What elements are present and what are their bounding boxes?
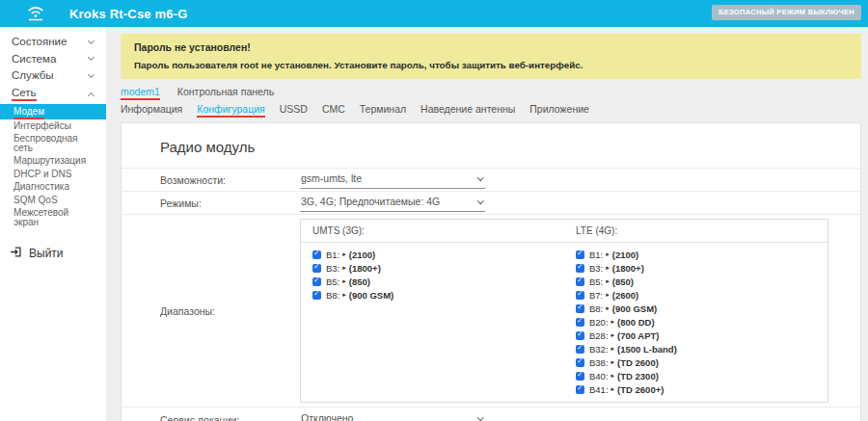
band-item[interactable]: B20:(800 DD) — [576, 315, 816, 329]
band-item[interactable]: B40:(TD 2300) — [576, 369, 816, 382]
band-item[interactable]: B5:(850) — [576, 275, 816, 288]
sidebar-section[interactable]: Службы — [0, 67, 106, 85]
secondary-tab[interactable]: СМС — [322, 103, 345, 115]
sidebar-submenu-item[interactable]: DHCP и DNS — [0, 168, 106, 181]
primary-tab-label: modem1 — [121, 86, 160, 100]
bands-row: Диапазоны: UMTS (3G): LTE (4G): B1:(2100… — [122, 214, 860, 407]
safe-mode-badge[interactable]: БЕЗОПАСНЫЙ РЕЖИМ ВЫКЛЮЧЕН — [712, 5, 861, 20]
secondary-tab-label: Конфигурация — [197, 103, 264, 118]
sidebar-sections: СостояниеСистемаСлужбыСеть — [0, 34, 106, 104]
bands-box: UMTS (3G): LTE (4G): B1:(2100)B3:(1800+)… — [300, 219, 828, 403]
logout-button[interactable]: Выйти — [10, 246, 106, 261]
band-checkbox-checked-icon[interactable] — [576, 345, 584, 354]
expand-arrow-icon[interactable] — [342, 264, 346, 272]
band-checkbox-checked-icon[interactable] — [576, 291, 584, 300]
primary-tab[interactable]: modem1 — [121, 86, 160, 97]
band-item[interactable]: B3:(1800+) — [576, 261, 816, 275]
sidebar-section[interactable]: Сеть — [0, 85, 106, 105]
expand-arrow-icon[interactable] — [606, 277, 610, 285]
band-checkbox-checked-icon[interactable] — [576, 331, 584, 340]
expand-arrow-icon[interactable] — [611, 358, 615, 366]
secondary-tab[interactable]: Информация — [121, 103, 182, 115]
expand-arrow-icon[interactable] — [342, 250, 346, 258]
secondary-tab[interactable]: Конфигурация — [197, 103, 264, 115]
band-item[interactable]: B5:(850) — [312, 275, 553, 288]
band-checkbox-checked-icon[interactable] — [576, 318, 584, 327]
band-checkbox-checked-icon[interactable] — [576, 372, 584, 381]
expand-arrow-icon[interactable] — [611, 372, 615, 380]
bands-headers: UMTS (3G): LTE (4G): — [301, 220, 827, 243]
umts-header: UMTS (3G): — [301, 220, 564, 242]
lte-header: LTE (4G): — [564, 220, 827, 242]
capabilities-select[interactable]: gsm-umts, lte — [300, 171, 485, 189]
secondary-tab-label: Приложение — [529, 103, 589, 115]
band-item[interactable]: B7:(2600) — [576, 288, 816, 302]
sidebar-submenu-item[interactable]: Маршрутизация — [0, 154, 106, 168]
sidebar-submenu-item[interactable]: Межсетевой экран — [0, 206, 106, 228]
expand-arrow-icon[interactable] — [611, 331, 615, 339]
location-select[interactable]: Отключено — [300, 410, 485, 421]
bands-label: Диапазоны: — [160, 305, 300, 317]
band-name: (TD 2600+) — [617, 384, 664, 395]
chevron-down-icon — [88, 38, 95, 44]
sidebar-submenu-item[interactable]: Диагностика — [0, 180, 106, 194]
band-checkbox-checked-icon[interactable] — [576, 264, 584, 273]
band-item[interactable]: B38:(TD 2600) — [576, 355, 816, 369]
secondary-tabs: ИнформацияКонфигурацияUSSDСМСТерминалНав… — [121, 103, 868, 115]
sidebar-submenu-label: Интерфейсы — [14, 120, 71, 131]
band-checkbox-checked-icon[interactable] — [576, 250, 584, 259]
band-checkbox-checked-icon[interactable] — [312, 250, 321, 259]
secondary-tab[interactable]: Приложение — [529, 103, 589, 115]
modes-row: Режимы: 3G, 4G; Предпочитаемые: 4G — [122, 191, 860, 214]
secondary-tab[interactable]: USSD — [280, 103, 308, 115]
band-id: B5: — [326, 276, 339, 287]
band-checkbox-checked-icon[interactable] — [312, 277, 321, 286]
band-id: B8: — [589, 303, 603, 314]
sidebar-section[interactable]: Система — [0, 51, 106, 68]
expand-arrow-icon[interactable] — [342, 277, 346, 285]
expand-arrow-icon[interactable] — [606, 264, 610, 272]
band-item[interactable]: B1:(2100) — [312, 248, 553, 261]
chevron-down-icon — [477, 414, 483, 420]
sidebar-submenu-item[interactable]: Беспроводная сеть — [0, 132, 106, 154]
band-checkbox-checked-icon[interactable] — [576, 277, 584, 286]
band-item[interactable]: B41:(TD 2600+) — [576, 382, 816, 396]
band-checkbox-checked-icon[interactable] — [576, 358, 584, 367]
expand-arrow-icon[interactable] — [606, 291, 610, 299]
chevron-down-icon — [88, 54, 95, 61]
band-item[interactable]: B8:(900 GSM) — [312, 288, 553, 302]
expand-arrow-icon[interactable] — [606, 304, 610, 312]
band-item[interactable]: B8:(900 GSM) — [576, 302, 816, 315]
secondary-tab[interactable]: Наведение антенны — [420, 103, 515, 115]
wifi-logo-icon — [23, 6, 48, 22]
expand-arrow-icon[interactable] — [611, 318, 615, 326]
modes-value: 3G, 4G; Предпочитаемые: 4G — [301, 196, 440, 207]
modes-label: Режимы: — [160, 197, 300, 209]
expand-arrow-icon[interactable] — [606, 250, 610, 258]
band-item[interactable]: B28:(700 APT) — [576, 329, 816, 342]
band-item[interactable]: B3:(1800+) — [312, 261, 553, 275]
chevron-down-icon — [88, 71, 95, 78]
sidebar-submenu-item[interactable]: Интерфейсы — [0, 119, 106, 133]
band-id: B20: — [589, 317, 609, 328]
primary-tab[interactable]: Контрольная панель — [177, 86, 274, 97]
band-checkbox-checked-icon[interactable] — [576, 304, 584, 313]
sidebar-submenu-item[interactable]: SQM QoS — [0, 194, 106, 207]
band-item[interactable]: B1:(2100) — [576, 248, 816, 261]
sidebar-submenu-item[interactable]: Модем — [0, 104, 106, 119]
secondary-tab[interactable]: Терминал — [360, 103, 406, 115]
band-checkbox-checked-icon[interactable] — [312, 291, 321, 300]
band-item[interactable]: B32:(1500 L-band) — [576, 342, 816, 355]
modes-select[interactable]: 3G, 4G; Предпочитаемые: 4G — [300, 194, 485, 212]
expand-arrow-icon[interactable] — [611, 385, 615, 393]
band-checkbox-checked-icon[interactable] — [312, 264, 321, 273]
secondary-tab-label: Информация — [121, 103, 182, 115]
sidebar-section[interactable]: Состояние — [0, 34, 106, 51]
band-name: (900 GSM) — [612, 303, 657, 314]
band-id: B28: — [589, 330, 609, 341]
logout-icon — [10, 246, 22, 261]
expand-arrow-icon[interactable] — [342, 291, 346, 299]
expand-arrow-icon[interactable] — [611, 345, 615, 353]
sidebar-submenu-label: SQM QoS — [14, 195, 58, 205]
band-checkbox-checked-icon[interactable] — [576, 385, 584, 394]
